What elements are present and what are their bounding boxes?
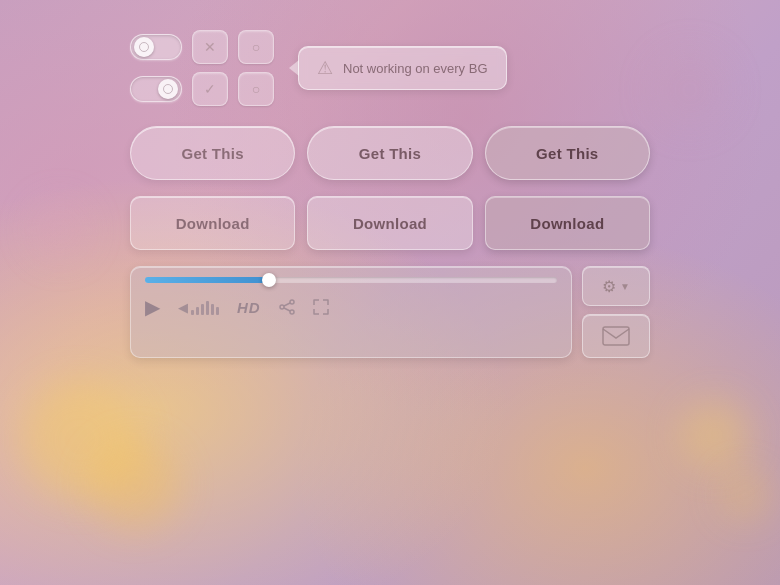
bokeh-circle (720, 470, 770, 520)
volume-bars (191, 299, 219, 315)
seek-fill (145, 277, 269, 283)
vol-bar-5 (211, 304, 214, 315)
toggle-2[interactable] (130, 76, 182, 102)
svg-point-0 (290, 300, 294, 304)
volume-control[interactable]: ◀ (178, 299, 219, 315)
hd-label: HD (237, 299, 261, 316)
expand-icon (313, 299, 329, 315)
controls-row: ✕ ○ ✓ ○ ⚠ Not working on every BG (130, 30, 650, 106)
radio-empty-2[interactable]: ○ (238, 72, 274, 106)
mail-button[interactable] (582, 314, 650, 358)
media-player: ▶ ◀ HD (130, 266, 650, 358)
download-button-2[interactable]: Download (307, 196, 472, 250)
gear-icon: ⚙ (602, 277, 616, 296)
vol-bar-6 (216, 307, 219, 315)
download-button-1[interactable]: Download (130, 196, 295, 250)
share-button[interactable] (279, 299, 295, 315)
toggles-section: ✕ ○ ✓ ○ (130, 30, 274, 106)
checkmark-icon-btn[interactable]: ✓ (192, 72, 228, 106)
toggles-and-icons: ✕ ○ (130, 30, 274, 64)
share-icon (279, 299, 295, 315)
main-content: ✕ ○ ✓ ○ ⚠ Not working on every BG Get Th… (0, 0, 780, 388)
get-this-button-1[interactable]: Get This (130, 126, 295, 180)
vol-bar-3 (201, 304, 204, 315)
expand-button[interactable] (313, 299, 329, 315)
chevron-down-icon: ▼ (620, 281, 630, 292)
vol-bar-2 (196, 307, 199, 315)
bokeh-circle (680, 400, 750, 470)
play-button[interactable]: ▶ (145, 295, 160, 319)
tooltip-text: Not working on every BG (343, 61, 488, 76)
tooltip-box: ⚠ Not working on every BG (298, 46, 507, 90)
close-icon-btn[interactable]: ✕ (192, 30, 228, 64)
seek-bar-row (145, 277, 557, 283)
svg-line-3 (284, 303, 290, 306)
player-side-buttons: ⚙ ▼ (582, 266, 650, 358)
download-button-3[interactable]: Download (485, 196, 650, 250)
seek-track[interactable] (145, 277, 557, 283)
warning-icon: ⚠ (317, 57, 333, 79)
mail-icon (602, 326, 630, 346)
toggle-knob (134, 37, 154, 57)
player-controls: ▶ ◀ HD (145, 295, 557, 319)
toggles-and-icons-row2: ✓ ○ (130, 72, 274, 106)
svg-rect-5 (603, 327, 629, 345)
vol-bar-1 (191, 310, 194, 315)
get-this-button-3[interactable]: Get This (485, 126, 650, 180)
player-main: ▶ ◀ HD (130, 266, 572, 358)
toggle-1[interactable] (130, 34, 182, 60)
settings-button[interactable]: ⚙ ▼ (582, 266, 650, 306)
svg-line-4 (284, 308, 290, 311)
get-this-button-row: Get This Get This Get This (130, 126, 650, 180)
toggle-knob (158, 79, 178, 99)
bokeh-circle (90, 440, 180, 530)
volume-icon: ◀ (178, 300, 188, 315)
download-button-row: Download Download Download (130, 196, 650, 250)
seek-knob (262, 273, 276, 287)
svg-point-2 (290, 310, 294, 314)
svg-point-1 (280, 305, 284, 309)
vol-bar-4 (206, 301, 209, 315)
get-this-button-2[interactable]: Get This (307, 126, 472, 180)
radio-empty-1[interactable]: ○ (238, 30, 274, 64)
